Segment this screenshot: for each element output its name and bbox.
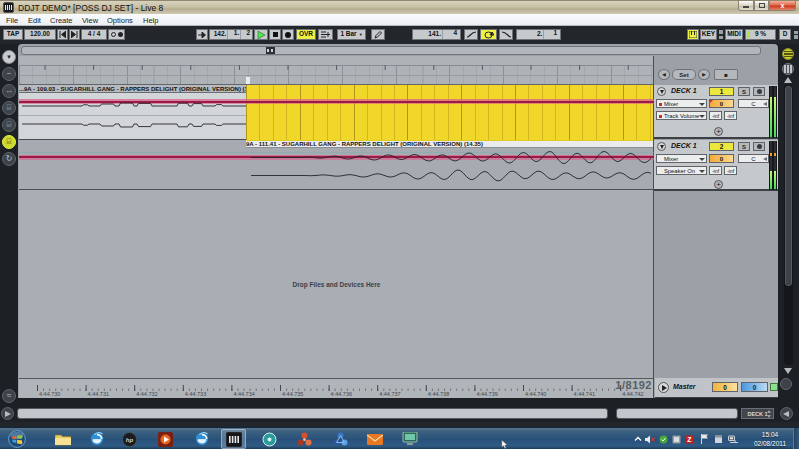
horizontal-scrollbar-secondary[interactable] [616, 408, 738, 419]
ie-icon[interactable] [84, 429, 109, 449]
ableton-live-icon[interactable] [221, 429, 246, 449]
track2-control-chooser[interactable]: Speaker On [656, 166, 707, 175]
master-name[interactable]: Master [673, 383, 696, 390]
track-spinner[interactable] [766, 410, 772, 418]
vertical-scroll-down-arrow[interactable] [784, 368, 792, 374]
key-map-button[interactable]: KEY [700, 29, 717, 40]
track1-pan[interactable]: C [738, 99, 769, 108]
close-button[interactable]: x [769, 1, 796, 11]
time-signature-field[interactable]: 4 / 4 [81, 29, 107, 40]
vertical-scrollbar-thumb[interactable] [785, 86, 792, 286]
menu-edit[interactable]: Edit [28, 16, 41, 25]
track1-unfold-button[interactable] [657, 87, 666, 96]
remote-desktop-icon[interactable] [397, 429, 422, 449]
horizontal-scroll-left-button[interactable] [1, 407, 14, 420]
menu-help[interactable]: Help [143, 16, 158, 25]
show-desktop-button[interactable] [793, 428, 799, 449]
arrangement-position-display[interactable]: 142.1.2 [209, 29, 253, 40]
tray-flag-icon[interactable] [700, 428, 709, 449]
computer-midi-keyboard-button[interactable] [687, 29, 699, 40]
track2-device-chooser[interactable]: Mixer [656, 154, 707, 163]
master-track-header[interactable]: Master 0 0 [655, 378, 778, 398]
plugin-browser-icon[interactable]: ↔ [2, 84, 16, 98]
overview-toggle-button[interactable] [782, 48, 794, 60]
track1-name[interactable]: DECK 1 [671, 87, 697, 94]
crossfader-assign-icon[interactable] [770, 383, 778, 391]
track1-lane[interactable]: ...9A - 109.03 - SUGARHILL GANG - RAPPER… [19, 85, 654, 140]
quantization-menu[interactable]: 1 Bar ▼ [337, 29, 366, 40]
tray-network-icon[interactable] [728, 428, 738, 449]
metronome-toggle[interactable] [108, 29, 125, 40]
track2-add-lane-button[interactable]: + [714, 180, 723, 189]
tempo-field[interactable]: 120.00 [24, 29, 56, 40]
device-browser-icon[interactable]: − [2, 67, 16, 81]
track1-header[interactable]: DECK 1 1 S Mixer 0 C Track Volume -inf -… [654, 85, 778, 139]
explorer-icon[interactable] [50, 429, 75, 449]
menu-view[interactable]: View [82, 16, 98, 25]
groove-pool-icon[interactable]: ≈ [2, 389, 16, 403]
track2-lane[interactable]: 9A - 111.41 - SUGARHILL GANG - RAPPERS D… [19, 140, 654, 190]
tray-green-icon[interactable] [659, 428, 668, 449]
track2-pan[interactable]: C [738, 154, 769, 163]
track2-header[interactable]: DECK 1 2 S Mixer 0 C Speaker On -inf -in… [654, 140, 778, 191]
time-selection-highlight[interactable] [246, 85, 654, 140]
tray-volume-muted-icon[interactable] [645, 428, 655, 449]
vertical-scrollbar[interactable] [784, 85, 793, 365]
burner-icon[interactable] [257, 429, 282, 449]
lock-envelopes-button[interactable]: ■ [714, 69, 738, 80]
draw-mode-button[interactable] [371, 29, 385, 40]
overview-view-marker[interactable] [266, 47, 275, 54]
track1-control-chooser[interactable]: Track Volume [656, 111, 707, 120]
hotswap-icon[interactable]: ↻ [2, 152, 16, 166]
tray-shield-icon[interactable] [714, 428, 723, 449]
track1-arm-button[interactable] [753, 87, 765, 96]
bottom-right-button[interactable] [780, 378, 792, 390]
track1-solo-button[interactable]: S [738, 87, 750, 96]
browser-hide-toggle[interactable]: ▼ [2, 50, 16, 64]
maximize-button[interactable] [754, 1, 769, 11]
record-button[interactable] [282, 29, 294, 40]
track2-solo-button[interactable]: S [738, 142, 750, 151]
scrub-area[interactable] [19, 66, 654, 85]
horizontal-scroll-right-button[interactable] [780, 407, 793, 420]
nudge-down-button[interactable] [57, 29, 68, 40]
empty-track-area[interactable]: Drop Files and Devices Here [19, 190, 654, 378]
menu-options[interactable]: Options [107, 16, 133, 25]
track1-send-knob[interactable]: 0 [709, 99, 734, 108]
punch-in-button[interactable] [464, 29, 478, 40]
network-app-icon[interactable] [328, 429, 353, 449]
track1-activator[interactable]: 1 [709, 87, 734, 96]
tray-gray-icon[interactable] [672, 428, 681, 449]
horizontal-scrollbar-main[interactable] [17, 408, 608, 419]
ie2-icon[interactable] [189, 429, 214, 449]
midi-overdub-button[interactable] [318, 29, 333, 40]
track2-min-value[interactable]: -inf [709, 166, 722, 175]
track1-device-chooser[interactable]: Mixer [656, 99, 707, 108]
hp-icon[interactable]: hp [117, 429, 142, 449]
file-browser3-icon[interactable]: ⌸ [2, 135, 16, 149]
midi-map-button[interactable]: MIDI [725, 29, 743, 40]
loop-length-display[interactable]: 2.1 [516, 29, 561, 40]
tap-tempo-button[interactable]: TAP [3, 29, 23, 40]
overdub-button[interactable]: OVR [296, 29, 316, 40]
start-orb[interactable] [4, 429, 29, 449]
beat-time-ruler[interactable] [19, 56, 654, 85]
media-player-icon[interactable] [153, 429, 178, 449]
master-pan[interactable]: 0 [741, 382, 768, 392]
vertical-scroll-up-arrow[interactable] [784, 77, 792, 83]
file-browser1-icon[interactable]: ⌸ [2, 101, 16, 115]
menu-create[interactable]: Create [50, 16, 73, 25]
track2-name[interactable]: DECK 1 [671, 142, 697, 149]
minimize-button[interactable] [738, 1, 754, 11]
master-volume[interactable]: 0 [712, 382, 738, 392]
file-browser2-icon[interactable]: ⌸ [2, 118, 16, 132]
selected-track-box[interactable]: DECK 1 [741, 408, 774, 419]
loop-start-display[interactable]: 141.4 [412, 29, 461, 40]
track2-activator[interactable]: 2 [709, 142, 734, 151]
track2-unfold-button[interactable] [657, 142, 666, 151]
tray-expand-arrow[interactable] [634, 428, 642, 449]
track2-send-knob[interactable]: 0 [709, 154, 734, 163]
loop-switch[interactable] [480, 29, 497, 40]
audio-app-icon[interactable] [292, 429, 317, 449]
arrangement-overview[interactable] [21, 46, 761, 55]
